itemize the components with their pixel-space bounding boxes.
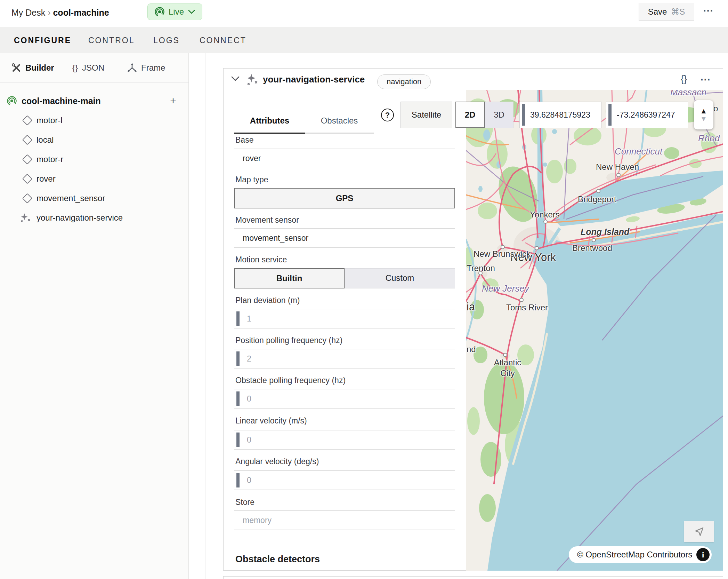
- view-3d-button[interactable]: 3D: [485, 102, 513, 128]
- map-label-toms-river: Toms River: [506, 303, 548, 312]
- drag-handle[interactable]: [608, 104, 612, 126]
- map-label-brentwood: Brentwood: [572, 243, 612, 253]
- info-icon[interactable]: i: [696, 548, 710, 561]
- mode-frame[interactable]: Frame: [127, 53, 165, 82]
- navigation-service-icon: [245, 72, 259, 86]
- motion-service-custom[interactable]: Custom: [345, 268, 455, 288]
- store-field: [234, 510, 455, 530]
- angular-velocity-input[interactable]: [234, 471, 455, 490]
- obstacle-polling-input[interactable]: [234, 389, 455, 408]
- motion-service-builtin[interactable]: Builtin: [234, 268, 345, 288]
- movement-sensor-field: [234, 228, 455, 248]
- tree-item-label: your-navigation-service: [37, 213, 123, 223]
- page-menu-button[interactable]: ⋯: [703, 4, 714, 16]
- tab-obstacles[interactable]: Obstacles: [305, 111, 374, 134]
- tree-item-label: movement_sensor: [37, 193, 105, 203]
- component-icon: [22, 115, 33, 126]
- map-label-long-island: Long Island: [581, 227, 629, 237]
- obstacle-detectors-heading: Obstacle detectors: [235, 554, 320, 565]
- map-type-gps-button[interactable]: GPS: [234, 188, 455, 208]
- save-label: Save: [648, 7, 667, 17]
- position-polling-input[interactable]: [234, 349, 455, 368]
- map-label-massachusetts: Massach: [670, 90, 706, 98]
- navigation-map[interactable]: Massach Pro Rhod Connecticut New Haven B…: [466, 90, 723, 571]
- movement-sensor-input[interactable]: [234, 229, 455, 247]
- tab-configure[interactable]: CONFIGURE: [14, 27, 71, 54]
- motion-service-segmented: Builtin Custom: [234, 268, 455, 288]
- plan-deviation-input[interactable]: [234, 309, 455, 328]
- machine-part-icon: [7, 96, 17, 106]
- card-menu-button[interactable]: ⋯: [700, 73, 711, 85]
- attribution-text: © OpenStreetMap Contributors: [577, 550, 692, 560]
- save-shortcut: ⌘S: [671, 7, 685, 17]
- tab-attributes[interactable]: Attributes: [234, 111, 305, 134]
- linear-velocity-field: [234, 430, 455, 450]
- sidebar-mode-toolbar: Builder {} JSON Frame: [0, 53, 189, 82]
- breadcrumb-current: cool-machine: [53, 8, 109, 17]
- breadcrumb-parent[interactable]: My Desk: [11, 8, 45, 17]
- step-down-icon[interactable]: ▼: [700, 115, 707, 122]
- component-icon: [22, 135, 33, 145]
- mode-builder[interactable]: Builder: [11, 53, 54, 82]
- service-type-badge: navigation: [377, 74, 431, 89]
- tree-item-navigation-service[interactable]: your-navigation-service: [0, 208, 189, 228]
- config-sidebar: Builder {} JSON Frame: [0, 53, 189, 579]
- tree-item-movement-sensor[interactable]: movement_sensor: [0, 189, 189, 208]
- locate-button[interactable]: [684, 521, 714, 542]
- main-nav-tabs: CONFIGURE CONTROL LOGS CONNECT: [0, 27, 728, 53]
- step-up-icon[interactable]: ▲: [700, 107, 707, 115]
- top-bar: My Desk › cool-machine Live Save ⌘S ⋯: [0, 0, 728, 27]
- tree-item-rover[interactable]: rover: [0, 169, 189, 189]
- linear-velocity-input[interactable]: [234, 430, 455, 449]
- base-input[interactable]: [234, 149, 455, 168]
- collapse-card-button[interactable]: [231, 76, 240, 82]
- map-label-atlantic-city: Atlantic City: [486, 357, 529, 379]
- latitude-field: [519, 102, 601, 128]
- linear-velocity-label: Linear velocity (m/s): [235, 416, 307, 426]
- base-field: [234, 149, 455, 168]
- tree-item-label: local: [37, 135, 54, 145]
- add-component-button[interactable]: +: [167, 95, 179, 107]
- tree-item-label: motor-r: [37, 154, 63, 164]
- obstacle-polling-field: [234, 389, 455, 409]
- openstreetmap-canvas: [466, 90, 723, 571]
- panel-divider: [205, 53, 205, 579]
- component-icon: [22, 174, 33, 184]
- card-json-button[interactable]: {}: [681, 74, 687, 85]
- map-label-connecticut: Connecticut: [615, 146, 662, 157]
- live-status-dropdown[interactable]: Live: [147, 3, 202, 20]
- drag-handle[interactable]: [522, 104, 525, 126]
- service-title: your-navigation-service: [263, 74, 365, 85]
- motion-service-label: Motion service: [235, 255, 287, 264]
- tab-logs[interactable]: LOGS: [153, 27, 180, 54]
- map-label-nd-cut: nd: [467, 344, 476, 354]
- mode-frame-label: Frame: [141, 63, 165, 73]
- tree-root-machine[interactable]: cool-machine-main +: [0, 91, 189, 111]
- broadcast-icon: [155, 7, 164, 17]
- satellite-toggle-button[interactable]: Satellite: [401, 102, 452, 128]
- tab-control[interactable]: CONTROL: [88, 27, 135, 54]
- tree-item-local[interactable]: local: [0, 130, 189, 150]
- breadcrumb: My Desk › cool-machine: [11, 8, 109, 18]
- latitude-input[interactable]: [530, 102, 601, 128]
- live-label: Live: [169, 7, 184, 17]
- save-button[interactable]: Save ⌘S: [639, 3, 694, 21]
- map-label-trenton: Trenton: [467, 263, 495, 273]
- longitude-input[interactable]: [617, 102, 688, 128]
- mode-json[interactable]: {} JSON: [72, 53, 104, 82]
- tree-item-label: rover: [37, 174, 56, 184]
- map-label-bridgeport: Bridgeport: [578, 195, 616, 204]
- map-label-new-brunswick: New Brunswick: [474, 249, 531, 259]
- map-attribution: © OpenStreetMap Contributors i: [569, 546, 712, 563]
- map-label-new-jersey: New Jersey: [482, 283, 529, 294]
- tree-item-motor-l[interactable]: motor-l: [0, 111, 189, 130]
- tree-item-motor-r[interactable]: motor-r: [0, 150, 189, 169]
- map-label-new-haven: New Haven: [596, 162, 639, 172]
- view-2d-button[interactable]: 2D: [455, 102, 485, 128]
- tab-connect[interactable]: CONNECT: [200, 27, 246, 54]
- map-label-rhode-island: Rhod: [698, 133, 720, 144]
- store-input[interactable]: [234, 511, 455, 530]
- zoom-stepper[interactable]: ▲ ▼: [694, 100, 713, 129]
- help-icon[interactable]: ?: [381, 109, 394, 121]
- service-sparkles-icon: [19, 213, 31, 224]
